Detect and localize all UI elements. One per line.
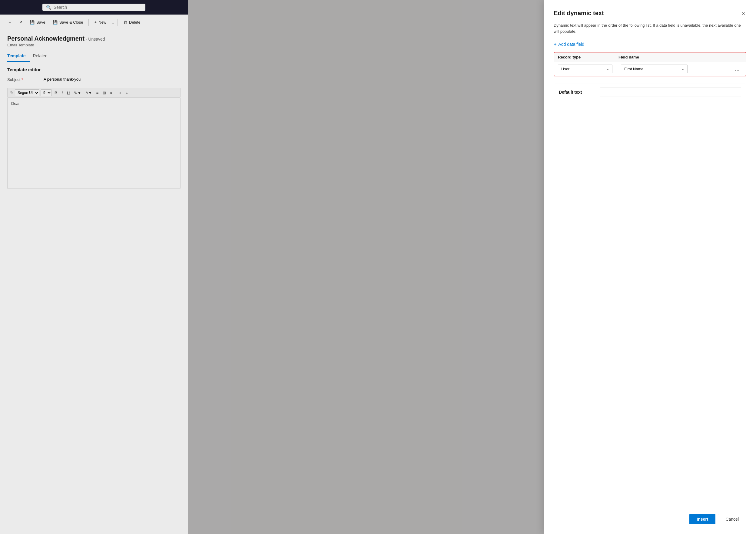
top-bar: 🔍 bbox=[0, 0, 188, 14]
edit-dynamic-text-modal: Edit dynamic text × Dynamic text will ap… bbox=[544, 0, 756, 534]
editor-content: Dear bbox=[11, 101, 20, 106]
bold-button[interactable]: B bbox=[53, 90, 59, 96]
text-editor[interactable]: Dear bbox=[7, 98, 180, 188]
save-close-button[interactable]: 💾 Save & Close bbox=[50, 18, 86, 26]
pencil-icon: ✎ bbox=[10, 90, 14, 95]
tab-related[interactable]: Related bbox=[33, 51, 52, 62]
record-subtitle: Email Template bbox=[7, 43, 180, 47]
quote-button[interactable]: » bbox=[124, 90, 129, 96]
field-name-header: Field name bbox=[618, 55, 742, 59]
list-button[interactable]: ⊠ bbox=[101, 90, 108, 96]
delete-button[interactable]: 🗑 Delete bbox=[120, 18, 144, 26]
default-text-label: Default text bbox=[559, 90, 595, 95]
toolbar-divider bbox=[89, 19, 89, 26]
outdent-button[interactable]: ⇤ bbox=[109, 90, 115, 96]
record-unsaved: - Unsaved bbox=[86, 37, 105, 42]
save-button[interactable]: 💾 Save bbox=[27, 18, 48, 26]
italic-button[interactable]: I bbox=[60, 90, 64, 96]
default-text-input[interactable] bbox=[600, 88, 741, 97]
share-button[interactable]: ↗ bbox=[16, 18, 25, 26]
editor-section-title: Template editor bbox=[7, 67, 180, 72]
field-name-chevron: ⌄ bbox=[682, 67, 684, 71]
indent-button[interactable]: ⇥ bbox=[116, 90, 123, 96]
modal-close-button[interactable]: × bbox=[741, 10, 746, 17]
subject-label: Subject * bbox=[7, 77, 43, 82]
new-dropdown-arrow[interactable]: ⌄ bbox=[111, 19, 115, 26]
back-button[interactable]: ← bbox=[5, 18, 15, 26]
required-marker: * bbox=[21, 77, 23, 82]
data-fields-table: Record type Field name User ⌄ First Name… bbox=[554, 52, 746, 76]
search-box[interactable]: 🔍 bbox=[42, 4, 146, 11]
search-icon: 🔍 bbox=[46, 5, 51, 10]
tabs-bar: Template Related bbox=[7, 51, 180, 62]
field-name-dropdown[interactable]: First Name ⌄ bbox=[621, 65, 688, 73]
table-header-row: Record type Field name bbox=[554, 52, 746, 62]
new-icon: + bbox=[94, 20, 96, 25]
share-icon: ↗ bbox=[19, 20, 22, 25]
font-color-button[interactable]: A▼ bbox=[84, 90, 94, 96]
subject-input[interactable] bbox=[43, 76, 180, 83]
cancel-button[interactable]: Cancel bbox=[718, 514, 746, 524]
highlight-button[interactable]: ✎▼ bbox=[72, 90, 83, 96]
record-title: Personal Acknowledgment bbox=[7, 35, 85, 42]
align-left-button[interactable]: ≡ bbox=[95, 90, 100, 96]
tab-template[interactable]: Template bbox=[7, 51, 30, 62]
modal-header: Edit dynamic text × bbox=[554, 10, 746, 17]
default-text-row: Default text bbox=[554, 84, 746, 100]
toolbar: ← ↗ 💾 Save 💾 Save & Close + New ⌄ 🗑 Dele… bbox=[0, 14, 188, 30]
editor-area: Template editor Subject * ✎ Segoe UI 9 B… bbox=[0, 62, 188, 534]
field-name-cell: First Name ⌄ bbox=[621, 65, 730, 73]
add-data-field-button[interactable]: + Add data field bbox=[554, 42, 746, 47]
new-button[interactable]: + New bbox=[91, 18, 109, 26]
record-header: Personal Acknowledgment - Unsaved Email … bbox=[0, 30, 188, 62]
record-type-header: Record type bbox=[558, 55, 618, 59]
font-size-select[interactable]: 9 bbox=[40, 89, 52, 96]
formatting-bar: ✎ Segoe UI 9 B I U ✎▼ A▼ ≡ ⊠ ⇤ ⇥ » bbox=[7, 88, 180, 98]
toolbar-divider2 bbox=[118, 19, 118, 26]
add-icon: + bbox=[554, 42, 556, 47]
text-editor-container: ✎ Segoe UI 9 B I U ✎▼ A▼ ≡ ⊠ ⇤ ⇥ » Dear bbox=[7, 88, 180, 188]
font-family-select[interactable]: Segoe UI bbox=[15, 89, 40, 96]
record-type-dropdown[interactable]: User ⌄ bbox=[558, 65, 612, 73]
modal-title: Edit dynamic text bbox=[554, 10, 604, 17]
save-icon: 💾 bbox=[30, 20, 35, 25]
subject-field-row: Subject * bbox=[7, 76, 180, 83]
underline-button[interactable]: U bbox=[66, 90, 71, 96]
background-panel: 🔍 ← ↗ 💾 Save 💾 Save & Close + New ⌄ 🗑 De… bbox=[0, 0, 188, 534]
row-options-button[interactable]: … bbox=[732, 65, 742, 73]
delete-icon: 🗑 bbox=[123, 20, 127, 25]
record-type-cell: User ⌄ bbox=[558, 65, 618, 73]
search-input[interactable] bbox=[54, 5, 142, 10]
modal-overlay: Edit dynamic text × Dynamic text will ap… bbox=[188, 0, 756, 534]
table-data-row: User ⌄ First Name ⌄ … bbox=[554, 62, 746, 76]
insert-button[interactable]: Insert bbox=[689, 514, 716, 524]
modal-description: Dynamic text will appear in the order of… bbox=[554, 22, 746, 34]
back-icon: ← bbox=[8, 20, 12, 25]
record-type-chevron: ⌄ bbox=[607, 67, 609, 71]
save-close-icon: 💾 bbox=[53, 20, 58, 25]
modal-footer: Insert Cancel bbox=[554, 509, 746, 524]
